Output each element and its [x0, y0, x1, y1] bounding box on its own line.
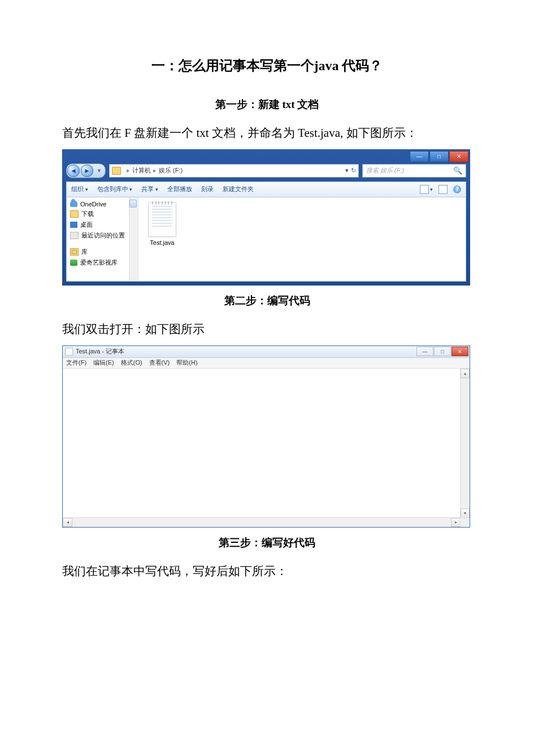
- horizontal-scrollbar[interactable]: ◂ ▸: [63, 517, 470, 527]
- explorer-window: — □ ✕ ◄ ► ▼ ▸ 计算机 ▸ 娱乐 (F:) ▾ ↻: [62, 149, 470, 286]
- sidebar-label: 桌面: [80, 221, 93, 229]
- sidebar-item-recent[interactable]: 最近访问的位置: [68, 230, 137, 241]
- view-options-button[interactable]: [420, 185, 433, 194]
- explorer-sidebar: OneDrive 下载 桌面 最近访问的位置 库 爱奇艺影视库: [67, 197, 138, 281]
- sidebar-label: 爱奇艺影视库: [80, 258, 118, 267]
- explorer-titlebar: — □ ✕: [63, 150, 470, 163]
- iqiyi-icon: [70, 260, 77, 266]
- text-file-icon: [148, 202, 176, 237]
- explorer-file-pane[interactable]: Test.java: [138, 197, 466, 281]
- resize-grip-icon[interactable]: [460, 517, 470, 527]
- notepad-text-area[interactable]: ▴ ▾ ◂ ▸: [63, 369, 470, 527]
- notepad-title-text: Test.java - 记事本: [76, 347, 124, 356]
- notepad-window: Test.java - 记事本 — □ ✕ 文件(F) 编辑(E) 格式(O) …: [62, 345, 470, 528]
- step2-paragraph: 我们双击打开：如下图所示: [62, 318, 472, 341]
- sidebar-item-libraries[interactable]: 库: [68, 247, 137, 257]
- sidebar-label: 最近访问的位置: [81, 231, 125, 240]
- doc-title: 一：怎么用记事本写第一个java 代码？: [62, 57, 472, 75]
- refresh-icon[interactable]: ↻: [351, 167, 356, 174]
- step2-heading: 第二步：编写代码: [62, 293, 472, 308]
- notepad-menubar: 文件(F) 编辑(E) 格式(O) 查看(V) 帮助(H): [63, 358, 470, 369]
- step1-heading: 第一步：新建 txt 文档: [62, 97, 472, 112]
- search-placeholder: 搜索 娱乐 (F:): [366, 166, 404, 175]
- toolbar-share[interactable]: 共享: [141, 185, 158, 193]
- help-icon[interactable]: ?: [453, 185, 461, 193]
- library-icon: [70, 248, 79, 256]
- menu-file[interactable]: 文件(F): [66, 358, 86, 367]
- sidebar-item-onedrive[interactable]: OneDrive: [68, 200, 137, 209]
- sidebar-scrollbar[interactable]: [129, 197, 138, 281]
- toolbar-include[interactable]: 包含到库中: [97, 185, 133, 193]
- cloud-icon: [70, 201, 77, 207]
- search-icon[interactable]: 🔍: [453, 166, 462, 175]
- notepad-titlebar: Test.java - 记事本 — □ ✕: [63, 346, 470, 358]
- chevron-down-icon[interactable]: ▾: [345, 167, 349, 174]
- step3-heading: 第三步：编写好代码: [62, 535, 472, 550]
- sidebar-item-desktop[interactable]: 桌面: [68, 219, 137, 230]
- minimize-button[interactable]: —: [410, 151, 429, 162]
- scroll-right-icon[interactable]: ▸: [451, 518, 461, 527]
- sidebar-label: 库: [81, 248, 88, 256]
- document-page: 一：怎么用记事本写第一个java 代码？ 第一步：新建 txt 文档 首先我们在…: [0, 0, 534, 633]
- explorer-toolbar: 组织 包含到库中 共享 全部播放 刻录 新建文件夹 ?: [66, 182, 466, 197]
- toolbar-organize[interactable]: 组织: [71, 185, 88, 193]
- explorer-navbar: ◄ ► ▼ ▸ 计算机 ▸ 娱乐 (F:) ▾ ↻ 搜索 娱乐 (F:) 🔍: [66, 163, 466, 178]
- maximize-button[interactable]: □: [434, 347, 451, 356]
- sidebar-label: OneDrive: [80, 201, 106, 208]
- breadcrumb-seg-1[interactable]: 计算机: [132, 166, 151, 175]
- menu-help[interactable]: 帮助(H): [176, 358, 197, 367]
- drive-icon: [112, 167, 121, 175]
- step3-paragraph: 我们在记事本中写代码，写好后如下所示：: [62, 560, 472, 583]
- maximize-button[interactable]: □: [429, 151, 449, 162]
- close-button[interactable]: ✕: [451, 347, 468, 356]
- back-icon[interactable]: ◄: [67, 165, 80, 177]
- search-input[interactable]: 搜索 娱乐 (F:) 🔍: [362, 164, 466, 178]
- sidebar-item-iqiyi[interactable]: 爱奇艺影视库: [68, 257, 137, 268]
- address-bar[interactable]: ▸ 计算机 ▸ 娱乐 (F:) ▾ ↻: [109, 164, 359, 178]
- menu-view[interactable]: 查看(V): [149, 358, 170, 367]
- sidebar-item-downloads[interactable]: 下载: [68, 209, 137, 219]
- toolbar-burn[interactable]: 刻录: [201, 185, 214, 193]
- folder-icon: [70, 210, 79, 218]
- vertical-scrollbar[interactable]: ▴ ▾: [460, 369, 470, 518]
- file-label: Test.java: [142, 239, 183, 246]
- close-button[interactable]: ✕: [449, 151, 468, 162]
- file-item-test-java[interactable]: Test.java: [142, 202, 183, 246]
- desktop-icon: [70, 222, 77, 228]
- notepad-app-icon: [65, 348, 73, 356]
- scroll-up-icon[interactable]: ▴: [461, 369, 470, 378]
- breadcrumb-seg-2[interactable]: 娱乐 (F:): [159, 166, 183, 175]
- step1-paragraph: 首先我们在 F 盘新建一个 txt 文档，并命名为 Test.java, 如下图…: [62, 122, 472, 145]
- minimize-button[interactable]: —: [416, 347, 433, 356]
- toolbar-new-folder[interactable]: 新建文件夹: [223, 185, 254, 193]
- explorer-content: OneDrive 下载 桌面 最近访问的位置 库 爱奇艺影视库 Test.jav…: [66, 197, 466, 282]
- view-mode-icon: [420, 185, 429, 194]
- nav-back-forward[interactable]: ◄ ► ▼: [66, 163, 106, 178]
- recent-icon: [70, 232, 79, 239]
- scroll-left-icon[interactable]: ◂: [63, 518, 72, 527]
- preview-pane-icon[interactable]: [439, 185, 448, 194]
- scroll-down-icon[interactable]: ▾: [461, 508, 470, 518]
- menu-edit[interactable]: 编辑(E): [93, 358, 114, 367]
- menu-format[interactable]: 格式(O): [121, 358, 142, 367]
- forward-icon[interactable]: ►: [81, 165, 93, 177]
- sidebar-label: 下载: [81, 210, 94, 218]
- toolbar-playall[interactable]: 全部播放: [167, 185, 192, 193]
- sidebar-scroll-thumb[interactable]: [129, 200, 137, 208]
- history-chevron-icon[interactable]: ▼: [97, 168, 102, 174]
